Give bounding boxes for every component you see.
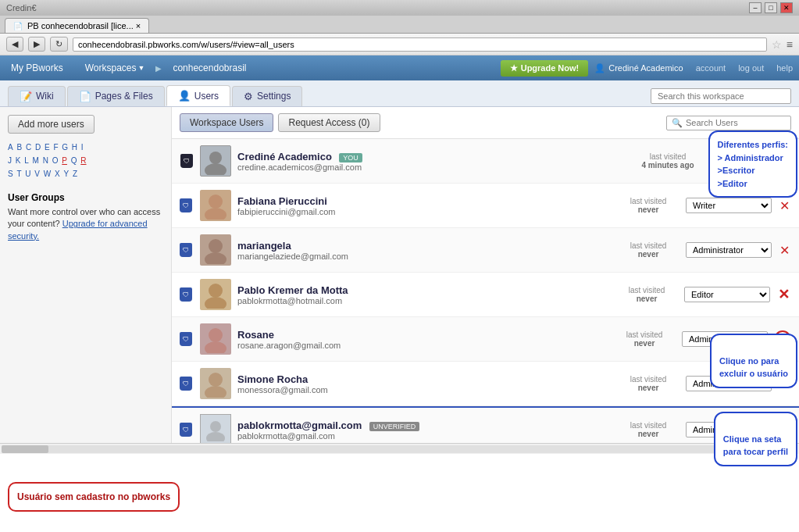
delete-button-2[interactable]: ✕ bbox=[778, 241, 791, 259]
role-select-6[interactable]: AdministratorWriterEditor bbox=[686, 422, 772, 437]
search-users-input[interactable] bbox=[686, 118, 786, 127]
svg-point-8 bbox=[209, 328, 223, 342]
alpha-y[interactable]: Y bbox=[64, 168, 70, 180]
alpha-j[interactable]: J bbox=[8, 155, 12, 166]
user-email-0: credine.academicos@gmail.com bbox=[237, 162, 630, 172]
last-visited-1: last visited never bbox=[617, 197, 680, 214]
shield-badge-1: 🛡 bbox=[180, 198, 192, 212]
menu-icon[interactable]: ≡ bbox=[787, 38, 793, 51]
nav-bar: ◀ ▶ ↻ ☆ ≡ bbox=[0, 34, 799, 55]
alpha-s[interactable]: S bbox=[8, 168, 13, 180]
role-select-1[interactable]: WriterAdministratorEditor bbox=[686, 198, 772, 213]
help-link[interactable]: help bbox=[770, 63, 799, 73]
tab-wiki[interactable]: 📝 Wiki bbox=[8, 86, 66, 106]
alpha-r[interactable]: R bbox=[80, 155, 86, 166]
minimize-btn[interactable]: – bbox=[749, 2, 762, 13]
alpha-q[interactable]: Q bbox=[71, 155, 77, 166]
forward-button[interactable]: ▶ bbox=[28, 37, 45, 52]
add-users-button[interactable]: Add more users bbox=[8, 115, 95, 134]
user-info-2: mariangela mariangelaziede@gmail.com bbox=[237, 240, 611, 261]
tab-users[interactable]: 👤 Users bbox=[166, 85, 230, 106]
svg-point-6 bbox=[209, 284, 223, 298]
alpha-p[interactable]: P bbox=[62, 155, 67, 166]
workspace-name-nav[interactable]: conhecendobrasil bbox=[162, 62, 257, 73]
wiki-icon: 📝 bbox=[20, 91, 32, 102]
user-email-1: fabipieruccini@gmail.com bbox=[237, 207, 611, 216]
workspaces-nav[interactable]: Workspaces ▼ bbox=[74, 55, 156, 80]
logout-link[interactable]: log out bbox=[732, 63, 770, 73]
alpha-i[interactable]: I bbox=[81, 141, 84, 153]
delete-button-5[interactable]: ✕ bbox=[778, 375, 791, 393]
role-select-2[interactable]: AdministratorWriterEditor bbox=[686, 242, 772, 258]
alpha-e[interactable]: E bbox=[45, 141, 50, 153]
tab-pages-files[interactable]: 📄 Pages & Files bbox=[67, 86, 165, 106]
avatar-1 bbox=[200, 190, 231, 221]
you-badge-0: YOU bbox=[339, 153, 362, 162]
search-icon: 🔍 bbox=[672, 118, 683, 128]
workspace-search-input[interactable] bbox=[651, 88, 791, 104]
bookmark-icon[interactable]: ☆ bbox=[772, 38, 782, 51]
horizontal-scrollbar[interactable] bbox=[0, 443, 799, 454]
alpha-v[interactable]: V bbox=[34, 168, 40, 180]
address-bar[interactable] bbox=[73, 37, 767, 52]
svg-point-9 bbox=[205, 341, 227, 353]
last-visited-2: last visited never bbox=[617, 241, 680, 259]
shield-badge-3: 🛡 bbox=[180, 287, 192, 302]
user-info-4: Rosane rosane.aragon@gmail.com bbox=[237, 329, 607, 350]
user-info-3: Pablo Kremer da Motta pablokrmotta@hotma… bbox=[237, 284, 609, 305]
alpha-nav: A B C D E F G H I J K L bbox=[8, 141, 163, 180]
alpha-z[interactable]: Z bbox=[73, 168, 77, 180]
user-row: 🛡 Rosane rosane.aragon@gmail.com last vi… bbox=[172, 317, 799, 362]
alpha-m[interactable]: M bbox=[33, 155, 39, 166]
shield-badge-2: 🛡 bbox=[180, 243, 192, 257]
alpha-d[interactable]: D bbox=[35, 141, 41, 153]
role-select-3[interactable]: EditorAdministratorWriter bbox=[684, 287, 770, 302]
upgrade-button[interactable]: ★ Upgrade Now! bbox=[501, 60, 589, 77]
last-visited-0: last visited 4 minutes ago bbox=[637, 152, 699, 170]
alpha-k[interactable]: K bbox=[16, 155, 21, 166]
alpha-c[interactable]: C bbox=[26, 141, 31, 153]
alpha-h[interactable]: H bbox=[72, 141, 77, 153]
alpha-n[interactable]: N bbox=[43, 155, 48, 166]
role-select-5[interactable]: AdministratorWriterEditor bbox=[686, 376, 772, 391]
alpha-u[interactable]: U bbox=[25, 168, 30, 180]
last-visited-4: last visited never bbox=[613, 330, 676, 348]
svg-point-2 bbox=[209, 195, 223, 209]
close-btn[interactable]: ✕ bbox=[780, 2, 793, 13]
my-pbworks-nav[interactable]: My PBworks bbox=[0, 55, 74, 80]
user-name-0: Crediné Academico YOU bbox=[237, 151, 630, 162]
workspace-users-button[interactable]: Workspace Users bbox=[180, 113, 273, 132]
back-button[interactable]: ◀ bbox=[6, 37, 23, 52]
alpha-w[interactable]: W bbox=[44, 168, 51, 180]
svg-point-7 bbox=[205, 297, 227, 309]
page-wrapper: Credin€ – □ ✕ 📄 PB conhecendobrasil [lic… bbox=[0, 0, 799, 532]
user-email-2: mariangelaziede@gmail.com bbox=[237, 252, 611, 261]
delete-button-6[interactable]: ✕ bbox=[778, 421, 791, 439]
delete-button-4[interactable]: ✕ bbox=[774, 330, 791, 348]
delete-button-1[interactable]: ✕ bbox=[778, 197, 791, 215]
maximize-btn[interactable]: □ bbox=[765, 2, 777, 13]
alpha-b[interactable]: B bbox=[16, 141, 22, 153]
delete-button-3[interactable]: ✕ bbox=[776, 284, 791, 305]
title-bar: Credin€ – □ ✕ bbox=[0, 0, 799, 16]
window-controls: – □ ✕ bbox=[749, 2, 793, 13]
alpha-o[interactable]: O bbox=[52, 155, 59, 166]
request-access-button[interactable]: Request Access (0) bbox=[278, 113, 380, 132]
refresh-button[interactable]: ↻ bbox=[50, 37, 68, 52]
tab-settings[interactable]: ⚙ Settings bbox=[232, 86, 302, 106]
alpha-x[interactable]: X bbox=[55, 168, 60, 180]
scroll-thumb[interactable] bbox=[2, 445, 48, 453]
user-email-5: monessora@gmail.com bbox=[237, 385, 611, 395]
account-link[interactable]: account bbox=[690, 63, 733, 73]
role-select-4[interactable]: AdministratorWriterEditor bbox=[682, 331, 768, 347]
main-content: Add more users A B C D E F G H I bbox=[0, 107, 799, 443]
alpha-a[interactable]: A bbox=[8, 141, 13, 153]
alpha-f[interactable]: F bbox=[53, 141, 58, 153]
avatar-5 bbox=[200, 368, 231, 399]
scroll-track bbox=[2, 445, 797, 453]
alpha-g[interactable]: G bbox=[62, 141, 68, 153]
user-groups-desc: Want more control over who can access yo… bbox=[8, 206, 163, 242]
browser-tab[interactable]: 📄 PB conhecendobrasil [lice... × bbox=[5, 18, 149, 33]
alpha-l[interactable]: L bbox=[24, 155, 29, 166]
alpha-t[interactable]: T bbox=[16, 168, 21, 180]
